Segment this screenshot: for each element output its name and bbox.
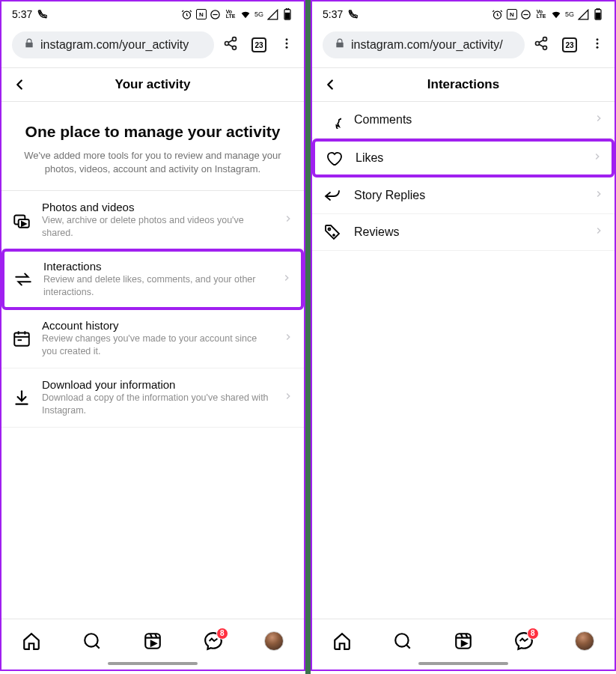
- chevron-right-icon: [281, 273, 292, 286]
- alarm-icon: [181, 8, 193, 20]
- svg-marker-54: [462, 641, 467, 646]
- menu-item-desc: Review changes you've made to your accou…: [42, 333, 272, 358]
- menu-interactions[interactable]: Interactions Review and delete likes, co…: [1, 249, 304, 310]
- instagram-bottom-nav: 8: [312, 619, 615, 659]
- menu-item-title: Photos and videos: [42, 201, 272, 213]
- svg-point-47: [329, 228, 331, 231]
- menu-download-info[interactable]: Download your information Download a cop…: [1, 368, 304, 428]
- status-time: 5:37: [323, 8, 343, 20]
- interactions-comments[interactable]: Comments: [312, 102, 615, 139]
- interactions-list: Comments Likes Story Replies Reviews: [312, 102, 615, 619]
- dnd-icon: [210, 8, 222, 20]
- interaction-label: Reviews: [354, 225, 582, 239]
- calendar-icon: [12, 329, 31, 348]
- menu-dots-icon[interactable]: [280, 37, 293, 53]
- back-button[interactable]: [9, 74, 30, 95]
- svg-point-14: [286, 46, 288, 49]
- menu-item-desc: View, archive or delete photos and video…: [42, 214, 272, 240]
- download-icon: [12, 388, 31, 407]
- lock-icon: [335, 38, 345, 52]
- nfc-icon: N: [196, 9, 207, 19]
- status-icons: N VoLTE 5G: [492, 8, 604, 20]
- share-icon[interactable]: [223, 36, 238, 54]
- nav-messenger[interactable]: 8: [513, 631, 534, 652]
- phone-off-icon: [347, 8, 359, 20]
- volte-icon: VoLTE: [225, 8, 237, 20]
- menu-dots-icon[interactable]: [591, 37, 604, 53]
- screenshot-divider: [305, 0, 311, 674]
- tab-switcher[interactable]: 23: [562, 37, 577, 52]
- nav-reels[interactable]: [142, 631, 163, 652]
- intro-block: One place to manage your activity We've …: [1, 102, 304, 191]
- reply-icon: [323, 186, 342, 205]
- tab-switcher[interactable]: 23: [251, 37, 266, 52]
- svg-line-49: [407, 645, 410, 648]
- home-indicator[interactable]: [108, 662, 198, 665]
- menu-item-desc: Download a copy of the information you'v…: [42, 392, 272, 417]
- nav-search[interactable]: [82, 631, 103, 652]
- interactions-story-replies[interactable]: Story Replies: [312, 177, 615, 214]
- url-field[interactable]: instagram.com/your_activity/: [323, 31, 525, 58]
- svg-point-8: [225, 42, 229, 46]
- wifi-icon: [240, 8, 251, 20]
- nav-messenger[interactable]: 8: [203, 631, 224, 652]
- chevron-right-icon: [594, 225, 604, 239]
- comment-icon: [323, 110, 342, 130]
- svg-point-9: [233, 46, 237, 49]
- svg-rect-38: [596, 13, 600, 19]
- wifi-icon: [550, 8, 562, 20]
- share-icon[interactable]: [534, 36, 549, 54]
- nav-search[interactable]: [392, 631, 413, 652]
- page-header: Interactions: [312, 67, 615, 102]
- signal-icon: [266, 8, 278, 20]
- status-bar: 5:37 N VoLTE 5G: [312, 1, 615, 24]
- battery-icon: [592, 8, 604, 20]
- messenger-badge: 8: [527, 628, 539, 640]
- menu-photos-videos[interactable]: Photos and videos View, archive or delet…: [1, 191, 304, 250]
- chevron-right-icon: [283, 213, 293, 227]
- svg-line-26: [97, 645, 100, 648]
- messenger-badge: 8: [216, 628, 228, 640]
- svg-point-40: [536, 42, 540, 46]
- svg-line-43: [539, 44, 543, 46]
- signal-type: 5G: [565, 10, 574, 18]
- svg-point-46: [597, 46, 599, 49]
- right-screenshot: 5:37 N VoLTE 5G instagram.com/your_activ…: [311, 0, 616, 671]
- url-field[interactable]: instagram.com/your_activity: [12, 31, 214, 58]
- signal-type: 5G: [254, 10, 263, 18]
- status-bar: 5:37 N VoLTE 5G: [1, 1, 304, 24]
- menu-item-desc: Review and delete likes, comments, and y…: [43, 273, 271, 299]
- interaction-label: Story Replies: [354, 189, 582, 202]
- back-button[interactable]: [320, 74, 341, 95]
- nav-home[interactable]: [332, 631, 353, 652]
- instagram-bottom-nav: 8: [1, 619, 304, 659]
- svg-point-13: [286, 43, 288, 45]
- svg-marker-31: [151, 641, 156, 646]
- svg-point-45: [597, 43, 599, 45]
- interactions-icon: [13, 270, 33, 289]
- phone-off-icon: [37, 8, 49, 20]
- nav-profile[interactable]: [574, 631, 595, 652]
- page-title: Interactions: [323, 77, 604, 92]
- interactions-likes[interactable]: Likes: [312, 139, 615, 177]
- browser-url-bar: instagram.com/your_activity/ 23: [312, 24, 615, 67]
- media-icon: [12, 210, 31, 230]
- page-header: Your activity: [1, 67, 304, 102]
- tag-icon: [323, 222, 342, 242]
- alarm-icon: [492, 8, 504, 20]
- activity-menu-list: Photos and videos View, archive or delet…: [1, 191, 304, 619]
- svg-line-10: [228, 40, 233, 42]
- battery-icon: [281, 8, 293, 20]
- svg-rect-6: [285, 13, 290, 19]
- svg-rect-18: [14, 333, 29, 345]
- nav-profile[interactable]: [263, 631, 284, 652]
- interactions-reviews[interactable]: Reviews: [312, 214, 615, 251]
- intro-subtitle: We've added more tools for you to review…: [16, 149, 289, 176]
- chevron-right-icon: [283, 332, 293, 345]
- svg-point-48: [395, 634, 408, 646]
- nav-reels[interactable]: [453, 631, 474, 652]
- nav-home[interactable]: [21, 631, 42, 652]
- menu-account-history[interactable]: Account history Review changes you've ma…: [1, 309, 304, 368]
- home-indicator[interactable]: [418, 662, 508, 665]
- chevron-right-icon: [592, 151, 603, 165]
